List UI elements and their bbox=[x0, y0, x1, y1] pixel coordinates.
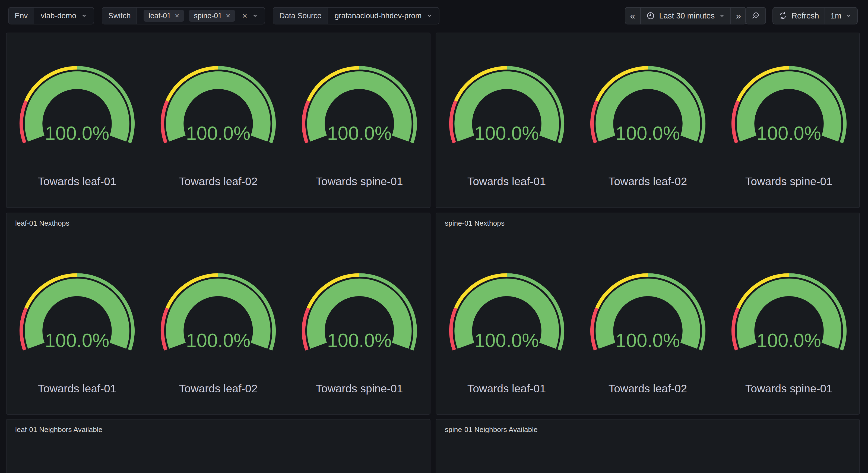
gauge-arc: 100.0% bbox=[577, 65, 718, 147]
datasource-variable-label: Data Source bbox=[273, 8, 328, 24]
gauge-label: Towards spine-01 bbox=[745, 175, 832, 188]
panel-spine-01-nexthops: spine-01 Nexthops 100.0% Towards leaf-01… bbox=[436, 213, 860, 415]
gauge-value: 100.0% bbox=[148, 124, 289, 143]
time-picker-cluster: « Last 30 minutes » bbox=[625, 7, 766, 24]
gauge: 100.0% Towards leaf-02 bbox=[577, 272, 718, 395]
gauge: 100.0% Towards spine-01 bbox=[718, 272, 860, 395]
gauge-value: 100.0% bbox=[289, 331, 430, 350]
gauge-arc: 100.0% bbox=[436, 65, 577, 147]
gauge-label: Towards leaf-02 bbox=[179, 382, 257, 395]
dashboard-toolbar: Env vlab-demo Switch leaf-01 × spine-01 … bbox=[0, 0, 868, 33]
refresh-label: Refresh bbox=[792, 11, 819, 20]
gauge-value: 100.0% bbox=[718, 124, 860, 143]
switch-tag-spine-01[interactable]: spine-01 × bbox=[189, 10, 235, 22]
gauge: 100.0% Towards leaf-02 bbox=[577, 65, 718, 188]
time-range-text: Last 30 minutes bbox=[659, 11, 715, 20]
datasource-value-text: grafanacloud-hhdev-prom bbox=[335, 11, 422, 20]
gauge-value: 100.0% bbox=[148, 331, 289, 350]
chevron-down-icon bbox=[846, 13, 852, 19]
env-variable: Env vlab-demo bbox=[8, 7, 94, 24]
gauge-label: Towards leaf-01 bbox=[38, 175, 116, 188]
panel-gauges-left: 100.0% Towards leaf-01 100.0% Towards le… bbox=[6, 33, 431, 208]
gauge-label: Towards spine-01 bbox=[316, 175, 403, 188]
time-controls: « Last 30 minutes » bbox=[625, 7, 858, 24]
tag-text: spine-01 bbox=[194, 12, 222, 20]
panel-leaf-01-neighbors: leaf-01 Neighbors Available bbox=[6, 419, 431, 473]
gauge-row: 100.0% Towards leaf-01 100.0% Towards le… bbox=[436, 272, 859, 395]
gauge-arc: 100.0% bbox=[436, 272, 577, 354]
panel-title: spine-01 Neighbors Available bbox=[445, 425, 538, 434]
gauge-value: 100.0% bbox=[436, 331, 577, 350]
clear-all-icon[interactable]: × bbox=[242, 11, 247, 20]
time-shift-back-button[interactable]: « bbox=[625, 8, 640, 24]
switch-variable-label: Switch bbox=[102, 8, 137, 24]
gauge-value: 100.0% bbox=[289, 124, 430, 143]
gauge: 100.0% Towards leaf-02 bbox=[148, 65, 289, 188]
gauge-label: Towards leaf-01 bbox=[467, 382, 546, 395]
chevron-down-icon bbox=[81, 13, 87, 19]
datasource-variable-value[interactable]: grafanacloud-hhdev-prom bbox=[328, 8, 439, 24]
refresh-interval-text: 1m bbox=[831, 11, 841, 20]
switch-variable: Switch leaf-01 × spine-01 × × bbox=[102, 7, 265, 24]
gauge-value: 100.0% bbox=[6, 331, 148, 350]
gauge-label: Towards leaf-02 bbox=[609, 382, 687, 395]
chevron-down-icon bbox=[719, 13, 725, 19]
gauge: 100.0% Towards spine-01 bbox=[289, 65, 430, 188]
time-picker-group: « Last 30 minutes » bbox=[625, 7, 747, 24]
gauge-row: 100.0% Towards leaf-01 100.0% Towards le… bbox=[6, 272, 430, 395]
tag-text: leaf-01 bbox=[149, 12, 171, 20]
chevron-down-icon bbox=[252, 13, 258, 19]
panel-title: leaf-01 Neighbors Available bbox=[15, 425, 102, 434]
gauge: 100.0% Towards leaf-01 bbox=[6, 272, 148, 395]
gauge-label: Towards spine-01 bbox=[316, 382, 403, 395]
clock-icon bbox=[646, 11, 655, 20]
refresh-icon bbox=[778, 11, 787, 20]
gauge-row: 100.0% Towards leaf-01 100.0% Towards le… bbox=[436, 65, 859, 188]
panel-spine-01-neighbors: spine-01 Neighbors Available bbox=[436, 419, 860, 473]
datasource-variable: Data Source grafanacloud-hhdev-prom bbox=[273, 7, 439, 24]
zoom-out-icon bbox=[751, 11, 760, 20]
gauge-arc: 100.0% bbox=[6, 65, 148, 147]
refresh-group: Refresh 1m bbox=[772, 7, 858, 24]
gauge-value: 100.0% bbox=[718, 331, 860, 350]
panel-leaf-01-nexthops: leaf-01 Nexthops 100.0% Towards leaf-01 … bbox=[6, 213, 431, 415]
panel-title: spine-01 Nexthops bbox=[445, 219, 504, 228]
tag-remove-icon[interactable]: × bbox=[175, 12, 179, 20]
switch-tag-leaf-01[interactable]: leaf-01 × bbox=[144, 10, 184, 22]
gauge-arc: 100.0% bbox=[289, 65, 430, 147]
tag-remove-icon[interactable]: × bbox=[226, 12, 230, 20]
gauge-label: Towards spine-01 bbox=[745, 382, 832, 395]
switch-variable-value[interactable]: leaf-01 × spine-01 × × bbox=[137, 8, 265, 24]
variables-bar: Env vlab-demo Switch leaf-01 × spine-01 … bbox=[8, 7, 439, 24]
gauge-arc: 100.0% bbox=[718, 272, 860, 354]
gauge-value: 100.0% bbox=[436, 124, 577, 143]
gauge-arc: 100.0% bbox=[289, 272, 430, 354]
gauge-row: 100.0% Towards leaf-01 100.0% Towards le… bbox=[6, 65, 430, 188]
env-value-text: vlab-demo bbox=[41, 11, 76, 20]
zoom-out-button[interactable] bbox=[745, 7, 766, 24]
gauge-label: Towards leaf-02 bbox=[179, 175, 257, 188]
refresh-button[interactable]: Refresh bbox=[773, 8, 825, 24]
gauge-value: 100.0% bbox=[577, 124, 718, 143]
gauge: 100.0% Towards leaf-02 bbox=[148, 272, 289, 395]
gauge-label: Towards leaf-01 bbox=[38, 382, 116, 395]
refresh-interval-button[interactable]: 1m bbox=[825, 8, 857, 24]
gauge: 100.0% Towards leaf-01 bbox=[436, 272, 577, 395]
gauge-value: 100.0% bbox=[6, 124, 148, 143]
gauge-arc: 100.0% bbox=[577, 272, 718, 354]
env-variable-label: Env bbox=[9, 8, 34, 24]
gauge: 100.0% Towards leaf-01 bbox=[6, 65, 148, 188]
gauge-label: Towards leaf-02 bbox=[609, 175, 687, 188]
gauge-label: Towards leaf-01 bbox=[467, 175, 546, 188]
gauge: 100.0% Towards leaf-01 bbox=[436, 65, 577, 188]
env-variable-value[interactable]: vlab-demo bbox=[34, 8, 94, 24]
gauge-arc: 100.0% bbox=[718, 65, 860, 147]
time-range-button[interactable]: Last 30 minutes bbox=[640, 8, 731, 24]
panel-title: leaf-01 Nexthops bbox=[15, 219, 69, 228]
gauge: 100.0% Towards spine-01 bbox=[718, 65, 860, 188]
gauge: 100.0% Towards spine-01 bbox=[289, 272, 430, 395]
gauge-arc: 100.0% bbox=[148, 272, 289, 354]
gauge-arc: 100.0% bbox=[148, 65, 289, 147]
gauge-value: 100.0% bbox=[577, 331, 718, 350]
time-shift-forward-button[interactable]: » bbox=[731, 8, 746, 24]
